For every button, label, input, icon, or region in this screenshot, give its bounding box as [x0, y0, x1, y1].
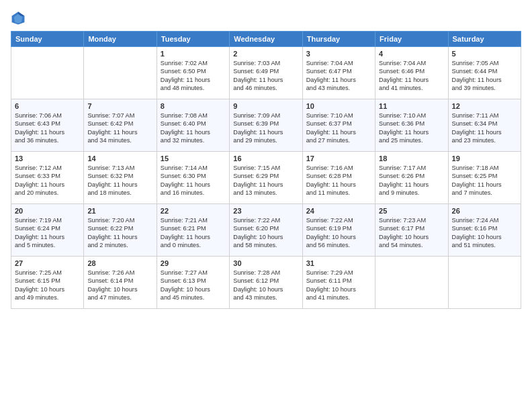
- day-number: 9: [233, 102, 298, 110]
- day-number: 17: [306, 154, 371, 163]
- day-cell: 8Sunrise: 7:08 AM Sunset: 6:40 PM Daylig…: [157, 99, 229, 152]
- day-info: Sunrise: 7:15 AM Sunset: 6:29 PM Dayligh…: [233, 164, 298, 197]
- logo: [11, 11, 28, 26]
- day-number: 28: [87, 259, 152, 267]
- day-number: 27: [15, 259, 80, 267]
- day-cell: 31Sunrise: 7:29 AM Sunset: 6:11 PM Dayli…: [302, 257, 375, 309]
- day-info: Sunrise: 7:02 AM Sunset: 6:50 PM Dayligh…: [161, 59, 226, 93]
- day-info: Sunrise: 7:28 AM Sunset: 6:12 PM Dayligh…: [233, 269, 298, 302]
- weekday-header-monday: Monday: [84, 32, 157, 47]
- day-number: 12: [452, 102, 517, 110]
- day-info: Sunrise: 7:10 AM Sunset: 6:36 PM Dayligh…: [379, 111, 444, 145]
- week-row-1: 6Sunrise: 7:06 AM Sunset: 6:43 PM Daylig…: [11, 99, 521, 152]
- day-number: 20: [15, 207, 80, 215]
- weekday-header-row: SundayMondayTuesdayWednesdayThursdayFrid…: [11, 32, 521, 47]
- day-cell: [84, 47, 157, 99]
- weekday-header-tuesday: Tuesday: [157, 32, 229, 47]
- day-number: 31: [306, 259, 371, 267]
- day-number: 21: [87, 207, 152, 215]
- day-cell: 14Sunrise: 7:13 AM Sunset: 6:32 PM Dayli…: [84, 152, 157, 204]
- day-info: Sunrise: 7:05 AM Sunset: 6:44 PM Dayligh…: [452, 59, 517, 93]
- day-number: 7: [87, 102, 152, 110]
- day-info: Sunrise: 7:29 AM Sunset: 6:11 PM Dayligh…: [306, 269, 371, 302]
- day-cell: 4Sunrise: 7:04 AM Sunset: 6:46 PM Daylig…: [375, 47, 448, 99]
- day-cell: 17Sunrise: 7:16 AM Sunset: 6:28 PM Dayli…: [302, 152, 375, 204]
- day-cell: 19Sunrise: 7:18 AM Sunset: 6:25 PM Dayli…: [448, 152, 521, 204]
- week-row-4: 27Sunrise: 7:25 AM Sunset: 6:15 PM Dayli…: [11, 257, 521, 309]
- day-cell: 9Sunrise: 7:09 AM Sunset: 6:39 PM Daylig…: [230, 99, 302, 152]
- day-number: 25: [379, 207, 444, 215]
- day-number: 10: [306, 102, 371, 110]
- day-info: Sunrise: 7:18 AM Sunset: 6:25 PM Dayligh…: [452, 164, 517, 197]
- day-info: Sunrise: 7:16 AM Sunset: 6:28 PM Dayligh…: [306, 164, 371, 197]
- day-cell: 6Sunrise: 7:06 AM Sunset: 6:43 PM Daylig…: [11, 99, 84, 152]
- day-cell: 20Sunrise: 7:19 AM Sunset: 6:24 PM Dayli…: [11, 204, 84, 257]
- day-number: 14: [87, 154, 152, 163]
- day-cell: 15Sunrise: 7:14 AM Sunset: 6:30 PM Dayli…: [157, 152, 229, 204]
- weekday-header-friday: Friday: [375, 32, 448, 47]
- week-row-3: 20Sunrise: 7:19 AM Sunset: 6:24 PM Dayli…: [11, 204, 521, 257]
- day-cell: 27Sunrise: 7:25 AM Sunset: 6:15 PM Dayli…: [11, 257, 84, 309]
- day-number: 29: [161, 259, 226, 267]
- day-cell: 1Sunrise: 7:02 AM Sunset: 6:50 PM Daylig…: [157, 47, 229, 99]
- day-cell: 25Sunrise: 7:23 AM Sunset: 6:17 PM Dayli…: [375, 204, 448, 257]
- day-number: 2: [233, 50, 298, 58]
- day-number: 11: [379, 102, 444, 110]
- day-number: 5: [452, 50, 517, 58]
- day-number: 30: [233, 259, 298, 267]
- day-info: Sunrise: 7:14 AM Sunset: 6:30 PM Dayligh…: [161, 164, 226, 197]
- weekday-header-thursday: Thursday: [302, 32, 375, 47]
- week-row-0: 1Sunrise: 7:02 AM Sunset: 6:50 PM Daylig…: [11, 47, 521, 99]
- calendar: SundayMondayTuesdayWednesdayThursdayFrid…: [11, 31, 521, 309]
- day-info: Sunrise: 7:17 AM Sunset: 6:26 PM Dayligh…: [379, 164, 444, 197]
- day-cell: 28Sunrise: 7:26 AM Sunset: 6:14 PM Dayli…: [84, 257, 157, 309]
- day-info: Sunrise: 7:22 AM Sunset: 6:19 PM Dayligh…: [306, 216, 371, 250]
- day-cell: 26Sunrise: 7:24 AM Sunset: 6:16 PM Dayli…: [448, 204, 521, 257]
- day-info: Sunrise: 7:06 AM Sunset: 6:43 PM Dayligh…: [15, 111, 80, 145]
- day-info: Sunrise: 7:19 AM Sunset: 6:24 PM Dayligh…: [15, 216, 80, 250]
- day-cell: [375, 257, 448, 309]
- day-number: 23: [233, 207, 298, 215]
- day-info: Sunrise: 7:20 AM Sunset: 6:22 PM Dayligh…: [87, 216, 152, 250]
- day-cell: 7Sunrise: 7:07 AM Sunset: 6:42 PM Daylig…: [84, 99, 157, 152]
- day-info: Sunrise: 7:03 AM Sunset: 6:49 PM Dayligh…: [233, 59, 298, 93]
- day-cell: 22Sunrise: 7:21 AM Sunset: 6:21 PM Dayli…: [157, 204, 229, 257]
- day-cell: 24Sunrise: 7:22 AM Sunset: 6:19 PM Dayli…: [302, 204, 375, 257]
- day-info: Sunrise: 7:11 AM Sunset: 6:34 PM Dayligh…: [452, 111, 517, 145]
- day-number: 4: [379, 50, 444, 58]
- day-cell: 10Sunrise: 7:10 AM Sunset: 6:37 PM Dayli…: [302, 99, 375, 152]
- day-info: Sunrise: 7:04 AM Sunset: 6:47 PM Dayligh…: [306, 59, 371, 93]
- day-number: 16: [233, 154, 298, 163]
- header: [11, 11, 521, 26]
- weekday-header-wednesday: Wednesday: [230, 32, 302, 47]
- day-info: Sunrise: 7:07 AM Sunset: 6:42 PM Dayligh…: [87, 111, 152, 145]
- day-info: Sunrise: 7:09 AM Sunset: 6:39 PM Dayligh…: [233, 111, 298, 145]
- day-number: 19: [452, 154, 517, 163]
- day-info: Sunrise: 7:21 AM Sunset: 6:21 PM Dayligh…: [161, 216, 226, 250]
- day-info: Sunrise: 7:12 AM Sunset: 6:33 PM Dayligh…: [15, 164, 80, 197]
- day-cell: [11, 47, 84, 99]
- day-info: Sunrise: 7:27 AM Sunset: 6:13 PM Dayligh…: [161, 269, 226, 302]
- day-number: 24: [306, 207, 371, 215]
- day-info: Sunrise: 7:22 AM Sunset: 6:20 PM Dayligh…: [233, 216, 298, 250]
- weekday-header-sunday: Sunday: [11, 32, 84, 47]
- day-cell: 16Sunrise: 7:15 AM Sunset: 6:29 PM Dayli…: [230, 152, 302, 204]
- day-info: Sunrise: 7:26 AM Sunset: 6:14 PM Dayligh…: [87, 269, 152, 302]
- day-info: Sunrise: 7:08 AM Sunset: 6:40 PM Dayligh…: [161, 111, 226, 145]
- day-number: 3: [306, 50, 371, 58]
- day-number: 22: [161, 207, 226, 215]
- week-row-2: 13Sunrise: 7:12 AM Sunset: 6:33 PM Dayli…: [11, 152, 521, 204]
- day-info: Sunrise: 7:10 AM Sunset: 6:37 PM Dayligh…: [306, 111, 371, 145]
- day-number: 6: [15, 102, 80, 110]
- day-cell: 13Sunrise: 7:12 AM Sunset: 6:33 PM Dayli…: [11, 152, 84, 204]
- day-cell: 18Sunrise: 7:17 AM Sunset: 6:26 PM Dayli…: [375, 152, 448, 204]
- day-cell: 29Sunrise: 7:27 AM Sunset: 6:13 PM Dayli…: [157, 257, 229, 309]
- day-cell: 12Sunrise: 7:11 AM Sunset: 6:34 PM Dayli…: [448, 99, 521, 152]
- day-number: 1: [161, 50, 226, 58]
- page: SundayMondayTuesdayWednesdayThursdayFrid…: [0, 0, 532, 411]
- logo-icon: [11, 11, 26, 26]
- day-info: Sunrise: 7:13 AM Sunset: 6:32 PM Dayligh…: [87, 164, 152, 197]
- day-info: Sunrise: 7:25 AM Sunset: 6:15 PM Dayligh…: [15, 269, 80, 302]
- day-info: Sunrise: 7:23 AM Sunset: 6:17 PM Dayligh…: [379, 216, 444, 250]
- weekday-header-saturday: Saturday: [448, 32, 521, 47]
